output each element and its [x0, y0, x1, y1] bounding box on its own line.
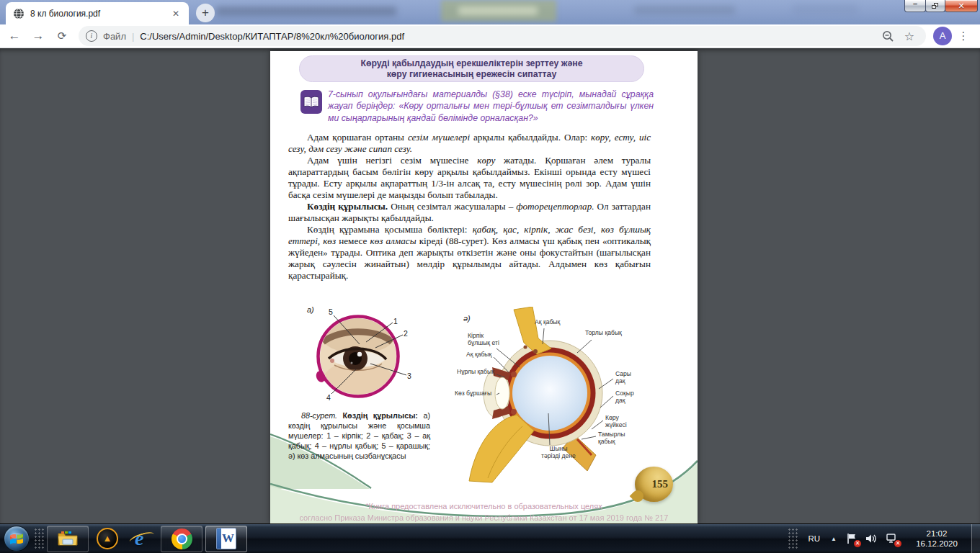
url-scheme-label: Файл	[103, 31, 126, 42]
url-text[interactable]: C:/Users/Admin/Desktop/КИТАПТАР/8%20кл%2…	[140, 31, 881, 42]
figure-a-eye-photo: а) 5 1 2 3 4	[303, 303, 436, 422]
background-window-blur	[634, 6, 735, 14]
label-retina: Торлы қабық	[585, 330, 622, 337]
body-text: Адам қоршаған ортаны сезім мүшелері арқы…	[288, 132, 651, 282]
address-bar[interactable]: i Файл | C:/Users/Admin/Desktop/КИТАПТАР…	[79, 26, 926, 46]
label-ciliary-muscle: Кірпік бұлшық еті	[468, 333, 499, 347]
label-vitreous-body: Шыны тәрізді дене	[519, 446, 598, 460]
taskbar-separator	[34, 528, 44, 549]
lesson-objective-box: Көруді қабылдаудың ерекшеліктерін зертте…	[299, 55, 644, 82]
action-center-flag-icon[interactable]: ✕	[844, 531, 860, 547]
taskbar-explorer-button[interactable]	[47, 526, 89, 552]
browser-toolbar: ← → ⟳ i Файл | C:/Users/Admin/Desktop/КИ…	[0, 24, 980, 48]
zoom-icon[interactable]	[882, 30, 894, 42]
pdf-viewer-area[interactable]: Көруді қабылдаудың ерекшеліктерін зертте…	[0, 48, 980, 523]
network-disconnected-icon[interactable]: ✕	[884, 531, 900, 547]
background-window-blur	[216, 6, 396, 16]
browser-tab-strip: 8 кл биология.pdf ✕ + – ✕	[0, 0, 980, 24]
window-close-button[interactable]: ✕	[945, 0, 978, 12]
paragraph-2: Адам үшін негізгі сезім мүшесіне көру жа…	[288, 155, 651, 201]
page-number-badge: 155	[635, 467, 673, 502]
label-iris: Нұрлы қабық	[457, 369, 494, 376]
windows-taskbar: ▲ e W RU ▲ ✕	[0, 523, 980, 553]
volume-icon[interactable]	[864, 531, 880, 547]
internet-explorer-icon: e	[130, 527, 154, 550]
clock-time: 21:02	[909, 529, 964, 539]
browser-tab[interactable]: 8 кл биология.pdf ✕	[6, 2, 189, 24]
aimp-icon: ▲	[97, 528, 118, 549]
figure-a-number: 5	[329, 307, 333, 316]
eye-photo-drawing	[303, 303, 436, 422]
desktop-screen: 8 кл биология.pdf ✕ + – ✕ ← → ⟳ i Файл |…	[0, 0, 980, 553]
restore-icon	[932, 3, 939, 9]
url-separator: |	[132, 31, 134, 42]
language-indicator[interactable]: RU	[802, 534, 826, 543]
window-controls: – ✕	[905, 0, 978, 12]
tray-separator	[788, 528, 798, 549]
pdf-page: Көруді қабылдаудың ерекшеліктерін зертте…	[270, 51, 698, 523]
chrome-icon	[172, 529, 192, 549]
tab-title: 8 кл биология.pdf	[30, 9, 170, 19]
paragraph-4: Көздің құрамына қосымша бөліктері: қабақ…	[288, 224, 651, 282]
new-tab-button[interactable]: +	[196, 4, 215, 22]
paragraph-3: Көздің құрылысы. Оның сезімтал жасушалар…	[288, 201, 651, 224]
taskbar-internet-explorer-button[interactable]: e	[126, 526, 158, 552]
label-sclera-top: Ақ қабық	[535, 319, 560, 326]
objective-line-1: Көруді қабылдаудың ерекшеліктерін зертте…	[360, 58, 582, 69]
objective-line-2: көру гигиенасының ережесін сипаттау	[387, 69, 557, 80]
hidden-icons-arrow[interactable]: ▲	[826, 536, 842, 542]
bookmark-star-icon[interactable]: ☆	[904, 30, 914, 43]
window-minimize-button[interactable]: –	[904, 0, 926, 12]
figure-b-label: ә)	[463, 314, 471, 323]
label-optic-nerve: Көру жүйкесі	[605, 415, 627, 429]
start-button[interactable]	[4, 526, 30, 552]
system-tray: RU ▲ ✕	[783, 524, 980, 553]
label-yellow-spot: Сары дақ	[615, 371, 631, 385]
window-restore-button[interactable]	[925, 0, 945, 12]
reload-button[interactable]: ⟳	[53, 27, 71, 45]
figure-a-number: 3	[407, 372, 411, 380]
figure-a-number: 1	[393, 317, 398, 325]
background-window-blur	[793, 4, 858, 14]
taskbar-aimp-button[interactable]: ▲	[92, 526, 123, 552]
forward-button[interactable]: →	[29, 27, 48, 45]
background-window-blur	[458, 6, 538, 15]
figure-a-number: 2	[404, 329, 408, 338]
watermark-line-1: *Книга предоставлена исключительно в обр…	[270, 502, 698, 511]
label-blind-spot: Соқыр дақ	[615, 390, 634, 405]
tab-close-icon[interactable]: ✕	[170, 8, 182, 19]
clock-date: 16.12.2020	[909, 539, 964, 549]
file-explorer-icon	[57, 529, 79, 548]
figure-a-label: а)	[307, 305, 314, 314]
word-icon: W	[216, 528, 236, 549]
figure-a-number: 4	[326, 393, 331, 402]
browser-menu-icon[interactable]: ⋮	[956, 30, 971, 42]
open-book-icon	[300, 90, 322, 114]
label-choroid: Тамырлы қабық	[598, 431, 625, 446]
profile-avatar[interactable]: A	[933, 27, 952, 45]
windows-flag-icon	[9, 532, 24, 546]
watermark-line-2: согласно Приказа Министра образования и …	[270, 513, 698, 522]
show-desktop-button[interactable]	[971, 524, 980, 553]
page-number: 155	[652, 478, 669, 490]
pdf-favicon-globe-icon	[13, 8, 24, 19]
paragraph-1: Адам қоршаған ортаны сезім мүшелері арқы…	[288, 132, 651, 155]
page-info-icon[interactable]: i	[86, 30, 97, 42]
taskbar-chrome-button[interactable]	[161, 526, 202, 552]
label-lens: Көз бұршағы	[455, 390, 491, 397]
figure-caption: 88-сурет. Көздің құрылысы: а) көздің құр…	[288, 410, 430, 461]
taskbar-clock[interactable]: 21:02 16.12.2020	[909, 529, 964, 549]
label-sclera-left: Ақ қабық	[466, 351, 491, 359]
figure-b-eye-schematic: ә) Ақ қабық Торлы қабық Кірпік бұлшық ет…	[450, 307, 659, 483]
recall-task-text: 7-сынып оқулығындағы материалды (§38) ес…	[328, 89, 654, 124]
taskbar-word-button[interactable]: W	[205, 526, 247, 552]
back-button[interactable]: ←	[5, 27, 24, 45]
